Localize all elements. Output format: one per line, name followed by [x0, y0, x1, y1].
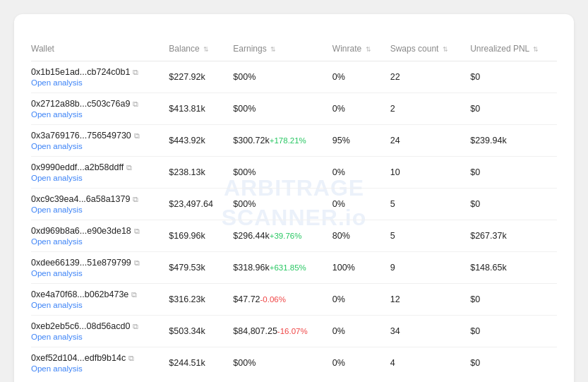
wallet-address: 0x1b15e1ad...cb724c0b1 ⧉ [31, 67, 157, 77]
wallet-address: 0xeb2eb5c6...08d56acd0 ⧉ [31, 321, 157, 331]
copy-icon[interactable]: ⧉ [134, 227, 140, 236]
winrate-cell: 0% [327, 61, 385, 93]
earnings-cell: $318.96k+631.85% [227, 252, 327, 284]
col-winrate: Winrate ⇅ [327, 40, 385, 61]
wallet-address: 0x2712a88b...c503c76a9 ⧉ [31, 99, 157, 109]
winrate-cell: 0% [327, 93, 385, 125]
open-analysis-link[interactable]: Open analysis [31, 237, 157, 246]
swaps-cell: 9 [385, 252, 465, 284]
table-row: 0xd969b8a6...e90e3de18 ⧉ Open analysis $… [31, 220, 557, 252]
swaps-cell: 34 [385, 316, 465, 347]
col-pnl: Unrealized PNL ⇅ [464, 40, 557, 61]
earnings-delta: -16.07% [277, 327, 308, 335]
open-analysis-link[interactable]: Open analysis [31, 174, 157, 182]
table-row: 0x2712a88b...c503c76a9 ⧉ Open analysis $… [31, 93, 557, 125]
winrate-cell: 0% [327, 157, 385, 189]
swaps-cell: 5 [385, 189, 465, 220]
copy-icon[interactable]: ⧉ [133, 322, 138, 331]
table-row: 0xe4a70f68...b062b473e ⧉ Open analysis $… [31, 284, 557, 316]
balance-cell: $503.34k [163, 316, 227, 347]
open-analysis-link[interactable]: Open analysis [31, 110, 157, 119]
earnings-delta: -0.06% [260, 295, 286, 304]
open-analysis-link[interactable]: Open analysis [31, 333, 157, 341]
winrate-cell: 100% [327, 252, 385, 284]
col-balance: Balance ⇅ [163, 40, 227, 61]
pnl-cell: $267.37k [464, 220, 557, 252]
balance-cell: $244.51k [163, 347, 227, 379]
swaps-cell: 22 [385, 61, 465, 93]
earnings-cell: $00% [227, 189, 327, 220]
swaps-cell: 24 [385, 125, 465, 157]
wallet-cell: 0xc9c39ea4...6a58a1379 ⧉ Open analysis [31, 189, 163, 220]
wallets-table: Wallet Balance ⇅ Earnings ⇅ Winrate ⇅ Sw… [31, 40, 557, 378]
copy-icon[interactable]: ⧉ [131, 290, 137, 299]
table-row: 0x1b15e1ad...cb724c0b1 ⧉ Open analysis $… [31, 61, 557, 93]
swaps-cell: 2 [385, 93, 465, 125]
open-analysis-link[interactable]: Open analysis [31, 269, 157, 277]
winrate-cell: 0% [327, 189, 385, 220]
table-row: 0x9990eddf...a2b58ddff ⧉ Open analysis $… [31, 157, 557, 189]
earnings-cell: $00% [227, 347, 327, 379]
wallet-address: 0xdee66139...51e879799 ⧉ [31, 258, 157, 268]
pnl-cell: $239.94k [464, 125, 557, 157]
balance-cell: $23,497.64 [163, 189, 227, 220]
winrate-cell: 0% [327, 284, 385, 316]
earnings-cell: $47.72-0.06% [227, 284, 327, 316]
winrate-cell: 80% [327, 220, 385, 252]
pnl-cell: $0 [464, 189, 557, 220]
wallet-address: 0x9990eddf...a2b58ddff ⧉ [31, 162, 157, 172]
pnl-cell: $0 [464, 93, 557, 125]
open-analysis-link[interactable]: Open analysis [31, 364, 157, 373]
earnings-cell: $84,807.25-16.07% [227, 316, 327, 347]
copy-icon[interactable]: ⧉ [128, 354, 134, 363]
balance-cell: $227.92k [163, 61, 227, 93]
sort-icon: ⇅ [366, 46, 371, 53]
copy-icon[interactable]: ⧉ [126, 163, 132, 172]
wallet-address: 0xef52d104...edfb9b14c ⧉ [31, 353, 157, 363]
copy-icon[interactable]: ⧉ [133, 68, 138, 77]
pnl-cell: $0 [464, 347, 557, 379]
copy-icon[interactable]: ⧉ [134, 131, 140, 141]
earnings-delta: +631.85% [270, 263, 306, 272]
swaps-cell: 4 [385, 347, 465, 379]
sort-icon: ⇅ [533, 46, 539, 53]
wallet-cell: 0x3a769176...756549730 ⧉ Open analysis [31, 125, 163, 157]
winrate-cell: 95% [327, 125, 385, 157]
table-row: 0xef52d104...edfb9b14c ⧉ Open analysis $… [31, 347, 557, 379]
wallet-cell: 0xdee66139...51e879799 ⧉ Open analysis [31, 252, 163, 284]
swaps-cell: 12 [385, 284, 465, 316]
copy-icon[interactable]: ⧉ [133, 100, 138, 109]
open-analysis-link[interactable]: Open analysis [31, 78, 157, 87]
wallet-address: 0xc9c39ea4...6a58a1379 ⧉ [31, 194, 157, 204]
balance-cell: $413.81k [163, 93, 227, 125]
wallet-cell: 0x2712a88b...c503c76a9 ⧉ Open analysis [31, 93, 163, 125]
table-row: 0xdee66139...51e879799 ⧉ Open analysis $… [31, 252, 557, 284]
winrate-cell: 0% [327, 347, 385, 379]
col-earnings: Earnings ⇅ [227, 40, 327, 61]
wallet-address: 0xe4a70f68...b062b473e ⧉ [31, 290, 157, 299]
open-analysis-link[interactable]: Open analysis [31, 205, 157, 214]
copy-icon[interactable]: ⧉ [134, 258, 140, 268]
balance-cell: $238.13k [163, 157, 227, 189]
pnl-cell: $0 [464, 284, 557, 316]
pnl-cell: $0 [464, 157, 557, 189]
open-analysis-link[interactable]: Open analysis [31, 301, 157, 309]
pnl-cell: $148.65k [464, 252, 557, 284]
wallet-cell: 0xef52d104...edfb9b14c ⧉ Open analysis [31, 347, 163, 379]
open-analysis-link[interactable]: Open analysis [31, 142, 157, 150]
winrate-cell: 0% [327, 316, 385, 347]
earnings-cell: $300.72k+178.21% [227, 125, 327, 157]
table-body: 0x1b15e1ad...cb724c0b1 ⧉ Open analysis $… [31, 61, 557, 379]
wallet-address: 0x3a769176...756549730 ⧉ [31, 131, 157, 141]
sort-icon: ⇅ [443, 46, 448, 53]
table-row: 0xc9c39ea4...6a58a1379 ⧉ Open analysis $… [31, 189, 557, 220]
balance-cell: $479.53k [163, 252, 227, 284]
table-header: Wallet Balance ⇅ Earnings ⇅ Winrate ⇅ Sw… [31, 40, 557, 61]
earnings-cell: $00% [227, 93, 327, 125]
col-wallet: Wallet [31, 40, 163, 61]
col-swaps: Swaps count ⇅ [385, 40, 465, 61]
pnl-cell: $0 [464, 61, 557, 93]
earnings-cell: $00% [227, 157, 327, 189]
balance-cell: $316.23k [163, 284, 227, 316]
copy-icon[interactable]: ⧉ [133, 195, 138, 204]
